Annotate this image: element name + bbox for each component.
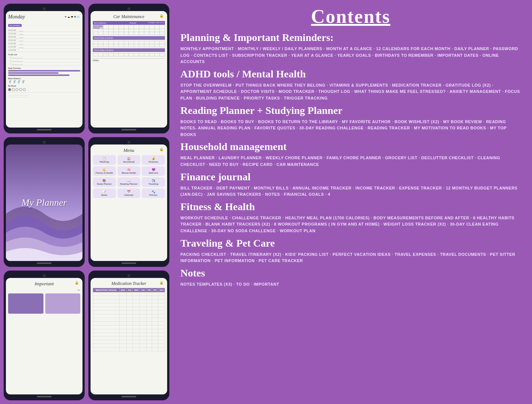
table-cell	[108, 41, 113, 44]
finances-icon: 💰	[143, 157, 164, 160]
table-row	[93, 307, 165, 311]
table-row	[93, 292, 165, 296]
sun-col-header: SUN	[158, 288, 165, 292]
menu-item-mental[interactable]: 🧠 Mental Health	[117, 166, 141, 176]
table-cell	[93, 44, 98, 47]
table-cell	[147, 303, 152, 307]
table-cell	[133, 311, 140, 314]
table-cell	[158, 344, 165, 348]
mood-circle	[12, 88, 15, 91]
table-cell	[147, 337, 152, 340]
my-schedule-btn[interactable]: My Schedule	[8, 24, 22, 27]
table-cell	[126, 325, 133, 329]
priorities-label: Daily Priorities	[8, 67, 80, 69]
table-cell	[129, 53, 134, 56]
table-cell	[119, 311, 126, 314]
table-cell	[126, 344, 133, 348]
weather-icons: ☀ ☁ 🌧 ❄ 💨	[64, 15, 80, 18]
menu-item-household[interactable]: 🏠 Household	[117, 155, 141, 165]
table-cell	[152, 344, 158, 348]
menu-item-notes[interactable]: 📝 Notes	[93, 188, 116, 198]
table-cell	[133, 340, 140, 344]
notes-icon: 📝	[94, 190, 115, 194]
table-cell	[158, 337, 165, 340]
table-cell	[155, 41, 160, 44]
table-cell	[140, 311, 147, 314]
entry-line: ____	[19, 36, 80, 38]
table-cell	[133, 333, 140, 337]
table-cell	[126, 311, 133, 314]
table-cell	[93, 303, 120, 307]
table-cell	[119, 296, 126, 300]
table-cell	[108, 25, 113, 29]
important-title: Important	[8, 281, 80, 287]
tablet-camera	[127, 274, 130, 277]
table-cell	[124, 25, 129, 29]
table-cell	[93, 300, 120, 303]
table-cell	[152, 303, 158, 307]
table-row	[93, 32, 165, 35]
lock-icon: 🔒	[75, 281, 79, 285]
table-cell	[158, 348, 165, 351]
table-cell	[144, 29, 149, 32]
table-cell	[108, 32, 113, 35]
priority-bar	[8, 70, 80, 72]
table-cell	[134, 53, 139, 56]
menu-item-petcare[interactable]: 🐾 Petcare	[142, 188, 165, 198]
table-cell	[93, 29, 98, 32]
menu-item-fitness[interactable]: 💪 Fitness & Health	[93, 166, 116, 176]
table-row	[93, 53, 165, 56]
table-cell	[93, 53, 98, 56]
water-label: Water Balance	[8, 77, 80, 80]
fitness-heading: Fitness & Health	[180, 201, 521, 213]
table-cell	[126, 307, 133, 311]
fitness-content: WORKOUT SCHEDULE · CHALLENGE TRACKER · H…	[180, 215, 521, 234]
lock-icon: 🔒	[159, 147, 163, 151]
lock-icon: 🔒	[159, 281, 163, 285]
table-cell	[133, 318, 140, 322]
table-cell	[134, 25, 139, 29]
entry-line: ____	[19, 39, 80, 41]
fitness-icon: 💪	[94, 168, 115, 171]
study-icon: 📚	[94, 179, 115, 182]
menu-item-reading[interactable]: 📖 Reading Planner	[117, 177, 141, 187]
table-cell	[158, 340, 165, 344]
tablet-medication-top	[127, 273, 130, 278]
todo-item: □ ___________	[10, 62, 80, 66]
notes-section: _________________________ ______________…	[8, 92, 80, 97]
traveling-heading: Traveling & Pet Care	[180, 237, 521, 249]
notes-content: NOTES TEMPLATES (X3) · TO DO · IMPORTANT	[180, 281, 521, 288]
tablet-menu-screen: 🔒 Menu 📋 Planning 🏠 Household 💰	[91, 144, 167, 261]
table-cell	[155, 32, 160, 35]
schedule-row: 12:00 PM	[8, 49, 80, 52]
total-label: TOTAL:	[93, 58, 165, 62]
table-row	[93, 318, 165, 322]
table-cell	[113, 53, 119, 56]
table-cell	[158, 292, 165, 296]
schedule-row: 11:00 AM____	[8, 45, 80, 49]
menu-grid: 📋 Planning 🏠 Household 💰 Finances �	[93, 155, 165, 198]
menu-item-planning[interactable]: 📋 Planning	[93, 155, 116, 165]
menu-item-finances[interactable]: 💰 Finances	[142, 155, 165, 165]
time-label: 09:00 AM	[8, 39, 19, 41]
table-cell	[147, 292, 152, 296]
table-cell	[152, 325, 158, 329]
table-cell	[144, 25, 149, 29]
table-cell	[140, 333, 147, 337]
planning-icon: 📋	[94, 157, 115, 160]
table-cell	[133, 292, 140, 296]
table-cell	[93, 340, 120, 344]
menu-item-traveling[interactable]: ✈️ Traveling	[142, 177, 165, 187]
table-cell	[124, 53, 129, 56]
menu-item-calendar[interactable]: 📅 Calendar	[117, 188, 141, 198]
table-cell	[133, 300, 140, 303]
menu-item-selfcare[interactable]: 💜 Self-care	[142, 166, 165, 176]
menu-item-label: Traveling	[148, 183, 158, 185]
menu-item-study[interactable]: 📚 Study Planner	[93, 177, 116, 187]
table-cell	[159, 41, 165, 44]
table-cell	[133, 296, 140, 300]
table-row: Check Engine & Service	[93, 25, 165, 29]
time-label: 12:00 PM	[8, 49, 19, 51]
table-cell	[93, 333, 120, 337]
table-cell	[152, 318, 158, 322]
